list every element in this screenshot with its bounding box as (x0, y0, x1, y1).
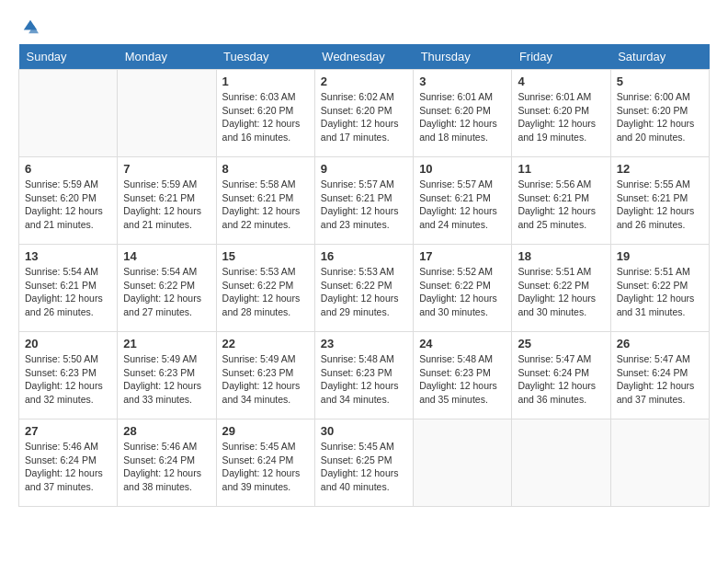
header-wednesday: Wednesday (314, 44, 413, 70)
calendar-cell: 8Sunrise: 5:58 AM Sunset: 6:21 PM Daylig… (216, 157, 314, 245)
calendar-week-row: 6Sunrise: 5:59 AM Sunset: 6:20 PM Daylig… (19, 157, 710, 245)
day-info: Sunrise: 5:47 AM Sunset: 6:24 PM Dayligh… (617, 352, 703, 407)
day-number: 8 (222, 162, 309, 176)
calendar-cell (512, 419, 610, 507)
day-number: 3 (419, 75, 506, 88)
day-number: 29 (222, 424, 309, 438)
day-number: 23 (321, 337, 407, 350)
day-info: Sunrise: 5:54 AM Sunset: 6:22 PM Dayligh… (123, 265, 210, 319)
header-thursday: Thursday (414, 44, 512, 70)
day-number: 15 (222, 249, 309, 263)
calendar-cell: 1Sunrise: 6:03 AM Sunset: 6:20 PM Daylig… (216, 70, 314, 157)
day-info: Sunrise: 5:45 AM Sunset: 6:25 PM Dayligh… (321, 440, 407, 494)
header-friday: Friday (512, 44, 610, 70)
calendar-cell: 17Sunrise: 5:52 AM Sunset: 6:22 PM Dayli… (414, 245, 512, 332)
calendar-cell: 19Sunrise: 5:51 AM Sunset: 6:22 PM Dayli… (610, 245, 709, 332)
day-info: Sunrise: 5:53 AM Sunset: 6:22 PM Dayligh… (222, 265, 309, 319)
calendar-cell: 14Sunrise: 5:54 AM Sunset: 6:22 PM Dayli… (118, 245, 216, 332)
page-header (18, 18, 710, 35)
day-info: Sunrise: 5:57 AM Sunset: 6:21 PM Dayligh… (419, 178, 506, 232)
day-info: Sunrise: 5:48 AM Sunset: 6:23 PM Dayligh… (419, 352, 506, 407)
day-number: 28 (123, 424, 210, 438)
day-number: 4 (518, 75, 604, 88)
calendar-cell: 9Sunrise: 5:57 AM Sunset: 6:21 PM Daylig… (314, 157, 413, 245)
day-info: Sunrise: 5:47 AM Sunset: 6:24 PM Dayligh… (518, 352, 604, 407)
calendar-cell: 12Sunrise: 5:55 AM Sunset: 6:21 PM Dayli… (610, 157, 709, 245)
calendar-cell (610, 419, 709, 507)
logo-icon (22, 18, 39, 35)
day-number: 22 (222, 337, 309, 350)
day-number: 11 (518, 162, 604, 176)
day-info: Sunrise: 5:54 AM Sunset: 6:21 PM Dayligh… (25, 265, 111, 319)
day-info: Sunrise: 5:52 AM Sunset: 6:22 PM Dayligh… (419, 265, 506, 319)
day-number: 7 (123, 162, 210, 176)
calendar-cell: 30Sunrise: 5:45 AM Sunset: 6:25 PM Dayli… (314, 419, 413, 507)
day-number: 6 (25, 162, 111, 176)
calendar-cell (19, 70, 118, 157)
day-number: 24 (419, 337, 506, 350)
day-info: Sunrise: 5:51 AM Sunset: 6:22 PM Dayligh… (518, 265, 604, 319)
day-info: Sunrise: 6:01 AM Sunset: 6:20 PM Dayligh… (518, 90, 604, 144)
calendar-cell: 24Sunrise: 5:48 AM Sunset: 6:23 PM Dayli… (414, 332, 512, 419)
calendar-cell: 20Sunrise: 5:50 AM Sunset: 6:23 PM Dayli… (19, 332, 118, 419)
weekday-header-row: Sunday Monday Tuesday Wednesday Thursday… (19, 44, 710, 70)
day-info: Sunrise: 5:46 AM Sunset: 6:24 PM Dayligh… (123, 440, 210, 494)
calendar-cell: 10Sunrise: 5:57 AM Sunset: 6:21 PM Dayli… (414, 157, 512, 245)
calendar-table: Sunday Monday Tuesday Wednesday Thursday… (18, 44, 710, 507)
day-number: 10 (419, 162, 506, 176)
day-info: Sunrise: 5:51 AM Sunset: 6:22 PM Dayligh… (617, 265, 703, 319)
calendar-cell: 7Sunrise: 5:59 AM Sunset: 6:21 PM Daylig… (118, 157, 216, 245)
calendar-week-row: 27Sunrise: 5:46 AM Sunset: 6:24 PM Dayli… (19, 419, 710, 507)
day-number: 26 (617, 337, 703, 350)
day-info: Sunrise: 5:50 AM Sunset: 6:23 PM Dayligh… (25, 352, 111, 407)
calendar-cell: 23Sunrise: 5:48 AM Sunset: 6:23 PM Dayli… (314, 332, 413, 419)
day-number: 30 (321, 424, 407, 438)
day-info: Sunrise: 6:01 AM Sunset: 6:20 PM Dayligh… (419, 90, 506, 144)
calendar-cell: 5Sunrise: 6:00 AM Sunset: 6:20 PM Daylig… (610, 70, 709, 157)
calendar-cell: 28Sunrise: 5:46 AM Sunset: 6:24 PM Dayli… (118, 419, 216, 507)
day-number: 21 (123, 337, 210, 350)
header-tuesday: Tuesday (216, 44, 314, 70)
day-number: 1 (222, 75, 309, 88)
calendar-cell: 15Sunrise: 5:53 AM Sunset: 6:22 PM Dayli… (216, 245, 314, 332)
day-info: Sunrise: 6:02 AM Sunset: 6:20 PM Dayligh… (321, 90, 407, 144)
day-number: 9 (321, 162, 407, 176)
calendar-cell: 26Sunrise: 5:47 AM Sunset: 6:24 PM Dayli… (610, 332, 709, 419)
day-number: 27 (25, 424, 111, 438)
calendar-cell: 13Sunrise: 5:54 AM Sunset: 6:21 PM Dayli… (19, 245, 118, 332)
calendar-cell (118, 70, 216, 157)
day-number: 2 (321, 75, 407, 88)
day-number: 17 (419, 249, 506, 263)
day-info: Sunrise: 6:03 AM Sunset: 6:20 PM Dayligh… (222, 90, 309, 144)
header-saturday: Saturday (610, 44, 709, 70)
calendar-cell: 3Sunrise: 6:01 AM Sunset: 6:20 PM Daylig… (414, 70, 512, 157)
day-info: Sunrise: 5:56 AM Sunset: 6:21 PM Dayligh… (518, 178, 604, 232)
calendar-cell: 21Sunrise: 5:49 AM Sunset: 6:23 PM Dayli… (118, 332, 216, 419)
day-number: 25 (518, 337, 604, 350)
day-info: Sunrise: 5:58 AM Sunset: 6:21 PM Dayligh… (222, 178, 309, 232)
day-number: 14 (123, 249, 210, 263)
calendar-week-row: 20Sunrise: 5:50 AM Sunset: 6:23 PM Dayli… (19, 332, 710, 419)
day-info: Sunrise: 5:49 AM Sunset: 6:23 PM Dayligh… (222, 352, 309, 407)
day-number: 20 (25, 337, 111, 350)
calendar-cell: 6Sunrise: 5:59 AM Sunset: 6:20 PM Daylig… (19, 157, 118, 245)
calendar-cell: 29Sunrise: 5:45 AM Sunset: 6:24 PM Dayli… (216, 419, 314, 507)
calendar-cell: 18Sunrise: 5:51 AM Sunset: 6:22 PM Dayli… (512, 245, 610, 332)
day-number: 18 (518, 249, 604, 263)
calendar-cell: 4Sunrise: 6:01 AM Sunset: 6:20 PM Daylig… (512, 70, 610, 157)
day-info: Sunrise: 5:53 AM Sunset: 6:22 PM Dayligh… (321, 265, 407, 319)
day-info: Sunrise: 5:49 AM Sunset: 6:23 PM Dayligh… (123, 352, 210, 407)
calendar-week-row: 13Sunrise: 5:54 AM Sunset: 6:21 PM Dayli… (19, 245, 710, 332)
day-info: Sunrise: 5:55 AM Sunset: 6:21 PM Dayligh… (617, 178, 703, 232)
calendar-cell (414, 419, 512, 507)
calendar-week-row: 1Sunrise: 6:03 AM Sunset: 6:20 PM Daylig… (19, 70, 710, 157)
day-info: Sunrise: 5:48 AM Sunset: 6:23 PM Dayligh… (321, 352, 407, 407)
calendar-cell: 27Sunrise: 5:46 AM Sunset: 6:24 PM Dayli… (19, 419, 118, 507)
logo (18, 18, 39, 35)
day-info: Sunrise: 5:45 AM Sunset: 6:24 PM Dayligh… (222, 440, 309, 494)
calendar-cell: 22Sunrise: 5:49 AM Sunset: 6:23 PM Dayli… (216, 332, 314, 419)
day-number: 12 (617, 162, 703, 176)
day-number: 5 (617, 75, 703, 88)
day-info: Sunrise: 5:59 AM Sunset: 6:20 PM Dayligh… (25, 178, 111, 232)
calendar-cell: 2Sunrise: 6:02 AM Sunset: 6:20 PM Daylig… (314, 70, 413, 157)
